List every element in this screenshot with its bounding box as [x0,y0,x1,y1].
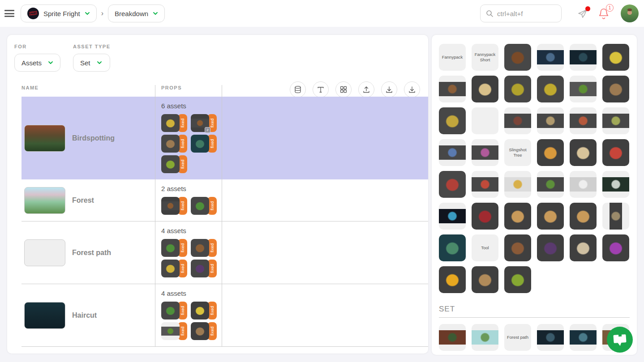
asset-tile-yellow-cable[interactable] [537,76,564,102]
table-row[interactable]: Birdspotting6 assetsfixed2fixedfixedfixe… [21,97,428,179]
asset-tile-fannypack-short[interactable]: Fannypack Short [472,44,498,71]
asset-tile-empty-tile[interactable] [472,107,498,134]
hanging-flower-icon [161,260,180,277]
page-selector[interactable]: Breakdown [108,4,165,22]
set-preview-thumbnail[interactable] [24,125,65,152]
asset-tile-plums[interactable] [537,234,564,261]
asset-tile-tortilla-chips[interactable] [504,171,531,198]
asset-chip-pinecone[interactable]: fixed [191,322,217,340]
set-name-label[interactable]: Haircut [72,311,97,319]
asset-chip-lighter-fluid-can[interactable]: fixed [191,302,217,319]
asset-tile-set-cave[interactable] [570,324,597,351]
asset-tile-pretzel-bag[interactable] [439,171,466,198]
asset-chip-pinecone[interactable]: fixed [161,135,187,153]
asset-chip-list: fixed2fixedfixedfixedfixed [161,114,222,173]
asset-chip-clover[interactable]: fixed [161,155,187,173]
for-filter-select[interactable]: Assets [14,54,60,72]
asset-tile-cucumber[interactable] [570,76,597,102]
quick-send-button[interactable] [577,8,588,19]
asset-tile-tweezers[interactable] [504,76,531,102]
asset-tile-thorn-branch[interactable] [439,234,466,261]
asset-tile-set-forest[interactable] [472,324,498,351]
asset-chip-hanging-flower[interactable]: fixed [161,260,187,277]
menu-icon[interactable] [4,10,14,17]
asset-tile-sleeping-bag-blue[interactable] [439,139,466,166]
search-input[interactable] [497,10,551,17]
user-avatar[interactable] [621,4,639,22]
search-box[interactable] [480,4,562,22]
squirrel-icon [161,197,180,215]
asset-chip-squirrel[interactable]: fixed [161,197,187,215]
asset-tile-notepad[interactable] [472,76,498,102]
asset-tile-tent-side[interactable] [570,203,597,230]
leaf-icon [161,239,180,257]
asset-chip-plums[interactable]: fixed [191,260,217,277]
project-selector[interactable]: SPRITE FRIGHT Sprite Fright [21,4,97,22]
asset-tile-label: Slingshot Tree [504,147,531,158]
asset-chip-cucumber[interactable]: fixed [161,322,187,340]
set-preview-thumbnail[interactable] [24,187,65,214]
asset-tile-tent-bag[interactable] [602,203,629,230]
table-row[interactable]: Forest path4 assetsfixedfixedfixedfixed [21,221,428,284]
asset-chip-squirrel[interactable]: 2fixed [191,114,217,132]
asset-tile-set-forest-night[interactable] [537,324,564,351]
asset-tile-pinecone[interactable] [602,76,629,102]
asset-tile-slingshot-tree[interactable]: Slingshot Tree [504,139,531,166]
asset-tile-pancake-can[interactable] [570,139,597,166]
set-name-label[interactable]: Forest [72,196,94,204]
asset-tile-tent-collapsed[interactable] [504,203,531,230]
asset-tile-branch-with-leaves[interactable] [504,44,531,71]
asset-tile-tool[interactable]: Tool [472,234,498,261]
asset-chip-leaf[interactable]: fixed [161,239,187,257]
chat-button[interactable] [607,327,633,353]
asset-chip-hanging-flower[interactable]: fixed [161,114,187,132]
asset-chip-thorn-branch[interactable]: fixed [191,135,217,153]
asset-type-filter-select[interactable]: Set [73,54,110,72]
table-row[interactable]: Forest2 assetsfixedfixed [21,179,428,221]
props-cell: 4 assetsfixedfixedfixedfixed [155,284,222,346]
table-row[interactable]: Haircut4 assetsfixedfixedfixedfixed [21,284,428,347]
set-preview-thumbnail[interactable] [24,239,65,266]
asset-tile-spiderweb-dark[interactable] [602,171,629,198]
asset-tile-set-forest-path[interactable]: Forest path [504,324,531,351]
asset-tile-sleeping-bag-green[interactable] [602,107,629,134]
asset-chip-cricket-bat[interactable]: fixed [191,239,217,257]
for-filter-label: FOR [14,44,60,49]
asset-tile-stick[interactable] [504,234,531,261]
asset-tile-swiss-army-knife[interactable] [472,203,498,230]
asset-chip-leaf[interactable]: fixed [191,197,217,215]
set-name-label[interactable]: Birdspotting [72,134,115,142]
thorn-branch-icon [191,135,209,153]
asset-tile-driftwood-log[interactable] [439,76,466,102]
asset-tile-tent[interactable] [537,203,564,230]
asset-tile-firecracker[interactable] [472,171,498,198]
asset-tile-spray-can[interactable] [439,203,466,230]
set-preview-thumbnail[interactable] [24,302,65,329]
asset-tile-candy-bag[interactable] [537,139,564,166]
asset-tile-sleeping-bag-red[interactable] [570,107,597,134]
asset-tile-scene-hand-dark[interactable] [537,44,564,71]
asset-tile-salt-stix-box[interactable] [602,139,629,166]
asset-tile-lighter-fluid-can[interactable] [602,44,629,71]
asset-tile-sausage[interactable] [504,107,531,134]
asset-tile-scene-tree-dark[interactable] [570,44,597,71]
asset-tile-sleeping-bag-tan[interactable] [537,107,564,134]
asset-tile-snail[interactable] [472,266,498,293]
asset-chip-leaf[interactable]: fixed [161,302,187,319]
asset-tile-spiderweb-light[interactable] [570,171,597,198]
asset-tile-sleeping-bag-pink[interactable] [472,139,498,166]
asset-tile-dandelion[interactable] [439,266,466,293]
asset-tile-set-birdspotting[interactable] [439,324,466,351]
notifications-button[interactable]: 1 [598,8,610,20]
chevron-down-icon [48,60,53,65]
asset-tile-rope-coil[interactable] [439,107,466,134]
set-tile-grid: Forest path [439,324,630,355]
asset-tile-bitten-leaf[interactable] [537,171,564,198]
asset-tile-fannypack[interactable]: Fannypack [439,44,466,71]
asset-tile-eggshell[interactable] [570,234,597,261]
name-cell: Birdspotting [21,97,155,179]
asset-tile-purple-flower[interactable] [602,234,629,261]
asset-tile-clover[interactable] [504,266,531,293]
breakdown-panel: FOR Assets ASSET TYPE Set [7,35,428,353]
set-name-label[interactable]: Forest path [72,249,111,257]
